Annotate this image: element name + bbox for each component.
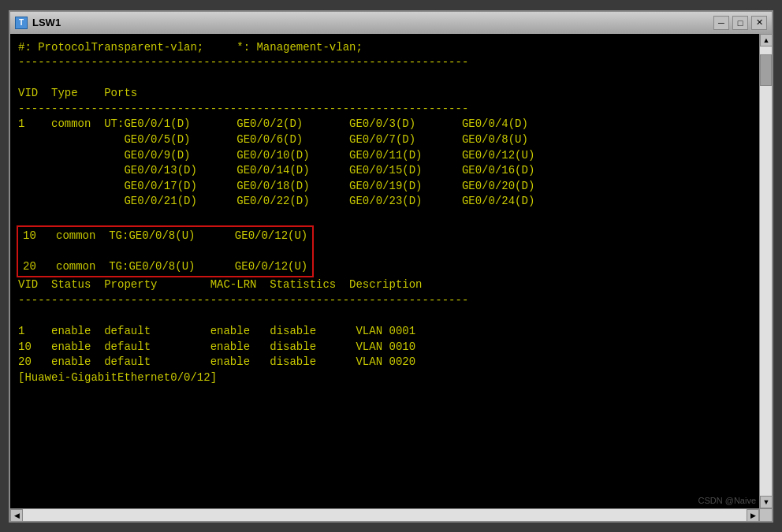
window-title: LSW1	[32, 17, 61, 28]
main-window: T LSW1 ─ □ ✕ #: ProtocolTransparent-vlan…	[9, 10, 773, 523]
close-button[interactable]: ✕	[751, 16, 767, 30]
title-bar-left: T LSW1	[15, 17, 61, 29]
scroll-down-arrow[interactable]: ▼	[760, 496, 772, 508]
scroll-thumb[interactable]	[760, 54, 772, 86]
minimize-button[interactable]: ─	[713, 16, 729, 30]
horizontal-scrollbar[interactable]: ◀ ▶	[10, 508, 772, 521]
scroll-h-track[interactable]	[23, 509, 747, 521]
title-buttons: ─ □ ✕	[713, 16, 767, 30]
terminal-output[interactable]: #: ProtocolTransparent-vlan; *: Manageme…	[10, 34, 759, 508]
scroll-track[interactable]	[760, 47, 772, 496]
title-bar: T LSW1 ─ □ ✕	[10, 12, 772, 34]
app-icon: T	[15, 17, 28, 29]
watermark: CSDN @Naive	[698, 496, 756, 505]
scroll-left-arrow[interactable]: ◀	[10, 509, 23, 522]
vertical-scrollbar[interactable]: ▲ ▼	[759, 34, 772, 508]
content-area: #: ProtocolTransparent-vlan; *: Manageme…	[10, 34, 772, 508]
scroll-up-arrow[interactable]: ▲	[760, 34, 772, 47]
restore-button[interactable]: □	[732, 16, 748, 30]
scroll-right-arrow[interactable]: ▶	[747, 509, 759, 522]
